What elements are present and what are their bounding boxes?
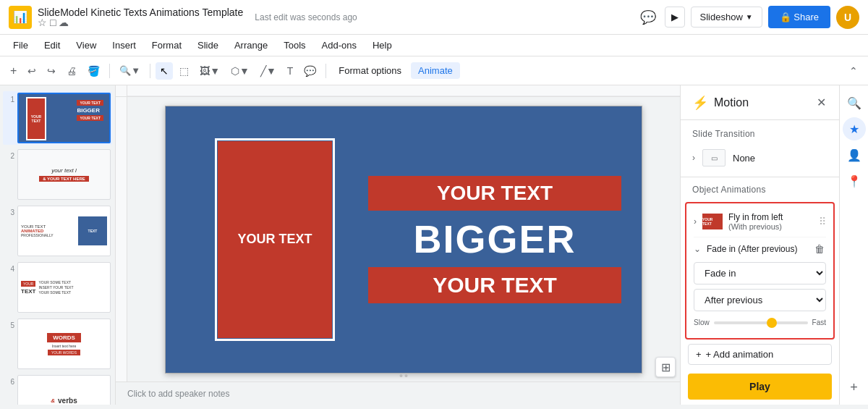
menu-file[interactable]: File [6, 38, 35, 53]
anim2-header-row[interactable]: ⌄ Fade in (After previous) 🗑 [694, 237, 826, 262]
speaker-notes-bar[interactable]: Click to add speaker notes [116, 381, 680, 405]
slide-image-2[interactable]: your text l & YOUR TEXT HERE [17, 149, 111, 200]
anim1-subtitle: (With previous) [728, 222, 813, 231]
object-animations-label: Object Animations [681, 177, 839, 199]
menu-slide[interactable]: Slide [190, 38, 226, 53]
add-button[interactable]: + [6, 62, 21, 80]
line-tool[interactable]: ╱▼ [256, 62, 281, 80]
speed-slider-track[interactable] [714, 321, 808, 324]
avatar[interactable]: U [836, 6, 859, 29]
animation-section-border: › YOUR TEXT Fly in from left (With previ… [685, 202, 835, 340]
menubar: File Edit View Insert Format Slide Arran… [0, 35, 868, 56]
slideshow-button[interactable]: Slideshow ▼ [691, 7, 762, 28]
cloud-icon[interactable]: ☁ [59, 17, 69, 28]
transition-row[interactable]: › ▭ None [681, 145, 839, 171]
share-button[interactable]: 🔒 Share [768, 6, 830, 28]
slide-image-4[interactable]: YOUR TEXT YOUR SOME TEXT INSERT YOUR TEX… [17, 262, 111, 313]
format-options-button[interactable]: Format options [331, 62, 409, 79]
anim1-drag-icon[interactable]: ⠿ [819, 216, 826, 227]
comment-button[interactable]: 💬 [637, 7, 659, 28]
menu-addons[interactable]: Add-ons [315, 38, 364, 53]
slide-thumbnail-2[interactable]: 2 your text l & YOUR TEXT HERE [3, 148, 112, 201]
present-mode-button[interactable]: ▶ [665, 7, 685, 28]
add-animation-button[interactable]: + + Add animation [688, 344, 832, 365]
slide-canvas[interactable]: YOUR TEXT YOUR TEXT BIGGER YOUR TEXT [165, 106, 642, 374]
anim2-collapse-icon[interactable]: ⌄ [694, 244, 701, 254]
zoom-button[interactable]: 🔍▼ [115, 62, 145, 79]
motion-close-button[interactable]: ✕ [815, 94, 827, 111]
anim2-header-label: Fade in (After previous) [707, 244, 807, 254]
text-tool[interactable]: T [283, 62, 298, 80]
slide-red-square[interactable]: YOUR TEXT [218, 141, 332, 338]
speaker-notes-placeholder: Click to add speaker notes [127, 389, 229, 399]
image-tool[interactable]: 🖼▼ [195, 62, 224, 80]
redo-button[interactable]: ↪ [43, 62, 60, 80]
app-icon: 📊 [9, 6, 32, 29]
menu-help[interactable]: Help [365, 38, 399, 53]
toolbar: + ↩ ↪ 🖨 🪣 🔍▼ ↖ ⬚ 🖼▼ ⬡▼ ╱▼ T 💬 Format opt… [0, 56, 868, 85]
speed-slider-row: Slow Fast [694, 317, 826, 329]
strip-add-icon[interactable]: + [843, 376, 866, 399]
shape-tool[interactable]: ⬡▼ [226, 62, 254, 80]
slide-image-6[interactable]: & verbs [17, 375, 111, 405]
slide-thumbnail-6[interactable]: 6 & verbs [3, 374, 112, 405]
slide-number-1: 1 [4, 93, 14, 104]
add-animation-label: + Add animation [706, 349, 774, 360]
slide-number-5: 5 [4, 319, 14, 329]
fade-in-select[interactable]: Fade in [694, 262, 826, 284]
transition-expand-icon[interactable]: › [692, 153, 695, 163]
animate-button[interactable]: Animate [411, 62, 460, 79]
trigger-select[interactable]: After previous [694, 289, 826, 311]
collapse-button[interactable]: ⌃ [845, 62, 862, 80]
motion-panel-header: ⚡ Motion ✕ [681, 85, 839, 120]
scroll-indicator [400, 374, 408, 377]
star-icon[interactable]: ☆ [38, 17, 47, 28]
paint-button[interactable]: 🪣 [83, 62, 104, 80]
animation-item-2: ⌄ Fade in (After previous) 🗑 Fade in Aft… [686, 237, 833, 335]
slide-thumbnail-5[interactable]: 5 WORDS Insert text here YOUR WORDS [3, 317, 112, 371]
slide-image-5[interactable]: WORDS Insert text here YOUR WORDS [17, 319, 111, 369]
speed-slider-thumb[interactable] [767, 318, 777, 328]
slide-text-block[interactable]: YOUR TEXT BIGGER YOUR TEXT [368, 141, 621, 338]
drive-icon[interactable]: □ [50, 17, 56, 28]
slide-thumbnail-4[interactable]: 4 YOUR TEXT YOUR SOME TEXT INSERT YOUR T… [3, 261, 112, 314]
slide-text-line-3: YOUR TEXT [368, 267, 621, 303]
add-slide-button[interactable]: ⊞ [655, 357, 676, 377]
canvas-area: YOUR TEXT YOUR TEXT BIGGER YOUR TEXT [116, 85, 680, 405]
object-animations-section: Object Animations › YOUR TEXT Fly in fro… [681, 177, 839, 404]
menu-view[interactable]: View [69, 38, 103, 53]
strip-person-icon[interactable]: 👤 [843, 143, 866, 166]
slideshow-dropdown-icon[interactable]: ▼ [746, 13, 753, 21]
cursor-tool[interactable]: ↖ [156, 62, 173, 80]
menu-tools[interactable]: Tools [276, 38, 312, 53]
slide-panel: 1 YOUR TEXT YOUR TEXT BIGGER YOUR TEXT 2… [0, 85, 116, 405]
ruler-vertical [116, 97, 127, 381]
slide-thumbnail-3[interactable]: 3 YOUR TEXT ANIMATED PROFESSIONALLY TEXT [3, 204, 112, 258]
slide-image-1[interactable]: YOUR TEXT YOUR TEXT BIGGER YOUR TEXT [17, 93, 111, 143]
print-button[interactable]: 🖨 [62, 62, 81, 80]
slide-thumbnail-1[interactable]: 1 YOUR TEXT YOUR TEXT BIGGER YOUR TEXT [3, 91, 112, 145]
slide-transition-section: Slide Transition › ▭ None [681, 120, 839, 177]
motion-title: Motion [714, 96, 749, 109]
animation-item-1[interactable]: › YOUR TEXT Fly in from left (With previ… [686, 206, 833, 237]
comment-tool[interactable]: 💬 [299, 62, 320, 80]
slide-your-text-label: YOUR TEXT [237, 232, 312, 248]
strip-location-icon[interactable]: 📍 [843, 169, 866, 193]
menu-insert[interactable]: Insert [105, 38, 143, 53]
slideshow-label: Slideshow [700, 12, 743, 22]
anim2-delete-button[interactable]: 🗑 [813, 242, 826, 256]
menu-edit[interactable]: Edit [37, 38, 67, 53]
menu-format[interactable]: Format [145, 38, 189, 53]
slide-number-2: 2 [4, 149, 14, 160]
add-animation-icon: + [696, 349, 702, 360]
menu-arrange[interactable]: Arrange [227, 38, 275, 53]
strip-star-icon[interactable]: ★ [843, 117, 866, 140]
play-button[interactable]: Play [688, 374, 832, 400]
toolbar-separator-1 [109, 64, 110, 78]
strip-search-icon[interactable]: 🔍 [843, 91, 866, 114]
slide-image-3[interactable]: YOUR TEXT ANIMATED PROFESSIONALLY TEXT [17, 206, 111, 256]
select-tool[interactable]: ⬚ [175, 62, 193, 80]
ruler-horizontal [127, 85, 680, 97]
undo-button[interactable]: ↩ [23, 62, 41, 80]
anim1-expand-icon[interactable]: › [694, 216, 697, 227]
